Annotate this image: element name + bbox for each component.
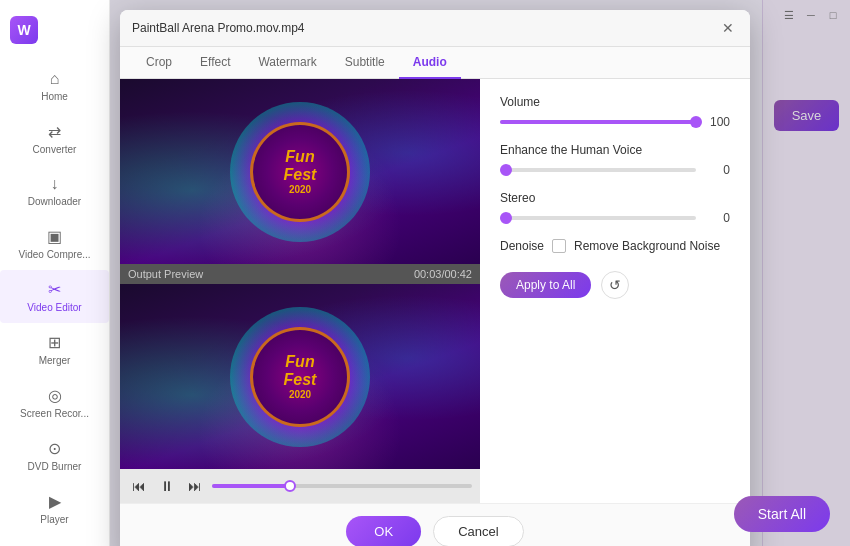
sidebar-item-label: Home (41, 91, 68, 102)
sidebar-item-converter[interactable]: ⇄ Converter (0, 112, 109, 165)
enhance-label: Enhance the Human Voice (500, 143, 730, 157)
volume-thumb (690, 116, 702, 128)
sidebar: W ⌂ Home ⇄ Converter ↓ Downloader ▣ Vide… (0, 0, 110, 546)
progress-thumb (284, 480, 296, 492)
enhance-slider-row: 0 (500, 163, 730, 177)
apply-all-button[interactable]: Apply to All (500, 272, 591, 298)
compress-icon: ▣ (47, 227, 62, 246)
enhance-value: 0 (706, 163, 730, 177)
volume-group: Volume 100 (500, 95, 730, 129)
festival-text-line2: Fest (284, 166, 317, 184)
volume-fill (500, 120, 696, 124)
maximize-button[interactable]: □ (826, 8, 840, 22)
festival-logo-2: Fun Fest 2020 (250, 327, 350, 427)
start-all-button[interactable]: Start All (734, 496, 830, 532)
merger-icon: ⊞ (48, 333, 61, 352)
action-row: Apply to All ↺ (500, 271, 730, 299)
forward-button[interactable]: ⏭ (184, 475, 206, 497)
remove-bg-noise-label: Remove Background Noise (574, 239, 720, 253)
stereo-group: Stereo 0 (500, 191, 730, 225)
tab-audio[interactable]: Audio (399, 47, 461, 79)
sidebar-item-toolbox[interactable]: ⚙ Toolbox (0, 535, 109, 546)
dialog-footer: OK Cancel (120, 503, 750, 546)
output-preview: Fun Fest 2020 (120, 284, 480, 469)
edit-dialog: PaintBall Arena Promo.mov.mp4 ✕ Crop Eff… (120, 10, 750, 546)
tab-effect[interactable]: Effect (186, 47, 244, 79)
enhance-slider[interactable] (500, 168, 696, 172)
volume-value: 100 (706, 115, 730, 129)
festival-text-line1-2: Fun (285, 353, 314, 371)
converter-icon: ⇄ (48, 122, 61, 141)
festival-text-line1: Fun (285, 148, 314, 166)
sidebar-item-label: Video Editor (27, 302, 81, 313)
pause-button[interactable]: ⏸ (156, 475, 178, 497)
festival-logo: Fun Fest 2020 (250, 122, 350, 222)
progress-bar[interactable] (212, 484, 472, 488)
sidebar-item-screen-recorder[interactable]: ◎ Screen Recor... (0, 376, 109, 429)
dialog-title: PaintBall Arena Promo.mov.mp4 (132, 21, 305, 35)
tab-watermark[interactable]: Watermark (244, 47, 330, 79)
cancel-button[interactable]: Cancel (433, 516, 523, 546)
play-icon: ▶ (49, 492, 61, 511)
festival-year-2: 2020 (289, 389, 311, 400)
sidebar-item-label: Screen Recor... (20, 408, 89, 419)
stereo-thumb (500, 212, 512, 224)
app-logo: W (0, 8, 109, 60)
dialog-titlebar: PaintBall Arena Promo.mov.mp4 ✕ (120, 10, 750, 47)
volume-slider-row: 100 (500, 115, 730, 129)
enhance-group: Enhance the Human Voice 0 (500, 143, 730, 177)
dvd-icon: ⊙ (48, 439, 61, 458)
remove-bg-noise-checkbox[interactable] (552, 239, 566, 253)
sidebar-item-label: Merger (39, 355, 71, 366)
sidebar-item-player[interactable]: ▶ Player (0, 482, 109, 535)
close-button[interactable]: ✕ (718, 18, 738, 38)
output-preview-bar: Output Preview 00:03/00:42 (120, 264, 480, 284)
progress-fill (212, 484, 290, 488)
downloader-icon: ↓ (51, 175, 59, 193)
tab-crop[interactable]: Crop (132, 47, 186, 79)
sidebar-item-merger[interactable]: ⊞ Merger (0, 323, 109, 376)
output-preview-label: Output Preview (128, 268, 203, 280)
volume-slider[interactable] (500, 120, 696, 124)
festival-year: 2020 (289, 184, 311, 195)
denoise-label: Denoise (500, 239, 544, 253)
minimize-button[interactable]: ─ (804, 8, 818, 22)
record-icon: ◎ (48, 386, 62, 405)
denoise-row: Denoise Remove Background Noise (500, 239, 730, 253)
sidebar-item-label: Converter (33, 144, 77, 155)
video-controls: ⏮ ⏸ ⏭ (120, 469, 480, 503)
sidebar-item-video-compressor[interactable]: ▣ Video Compre... (0, 217, 109, 270)
audio-panel: Volume 100 Enhance the Human Voice (480, 79, 750, 503)
timestamp: 00:03/00:42 (414, 268, 472, 280)
sidebar-item-dvd-burner[interactable]: ⊙ DVD Burner (0, 429, 109, 482)
rewind-button[interactable]: ⏮ (128, 475, 150, 497)
dialog-tabs: Crop Effect Watermark Subtitle Audio (120, 47, 750, 79)
ok-button[interactable]: OK (346, 516, 421, 546)
input-preview: Fun Fest 2020 (120, 79, 480, 264)
enhance-thumb (500, 164, 512, 176)
home-icon: ⌂ (50, 70, 60, 88)
tab-subtitle[interactable]: Subtitle (331, 47, 399, 79)
festival-text-line2-2: Fest (284, 371, 317, 389)
video-panel: Fun Fest 2020 Output Preview 00:03/00:42… (120, 79, 480, 503)
volume-label: Volume (500, 95, 730, 109)
sidebar-item-label: Player (40, 514, 68, 525)
stereo-slider[interactable] (500, 216, 696, 220)
sidebar-item-label: Video Compre... (18, 249, 90, 260)
sidebar-item-downloader[interactable]: ↓ Downloader (0, 165, 109, 217)
reset-button[interactable]: ↺ (601, 271, 629, 299)
stereo-label: Stereo (500, 191, 730, 205)
sidebar-item-video-editor[interactable]: ✂ Video Editor (0, 270, 109, 323)
scissors-icon: ✂ (48, 280, 61, 299)
dialog-body: Fun Fest 2020 Output Preview 00:03/00:42… (120, 79, 750, 503)
sidebar-item-home[interactable]: ⌂ Home (0, 60, 109, 112)
logo-icon: W (10, 16, 38, 44)
dialog-overlay: PaintBall Arena Promo.mov.mp4 ✕ Crop Eff… (110, 0, 850, 546)
sidebar-item-label: Downloader (28, 196, 81, 207)
sidebar-item-label: DVD Burner (28, 461, 82, 472)
stereo-value: 0 (706, 211, 730, 225)
stereo-slider-row: 0 (500, 211, 730, 225)
window-controls: ☰ ─ □ (772, 0, 850, 30)
hamburger-button[interactable]: ☰ (782, 8, 796, 22)
